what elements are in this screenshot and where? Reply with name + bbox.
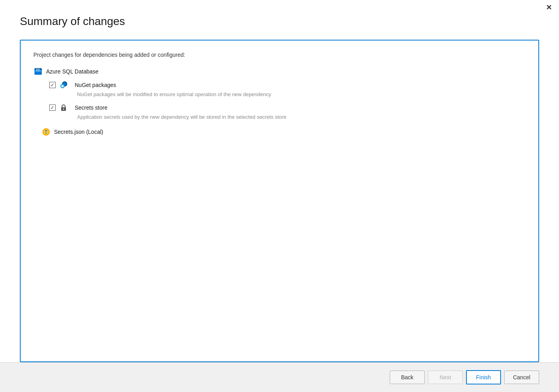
changes-panel: Project changes for dependencies being a… <box>20 40 539 362</box>
nuget-item: ✓ NuGet packages <box>49 80 526 90</box>
changes-description: Project changes for dependencies being a… <box>33 52 526 58</box>
finish-button[interactable]: Finish <box>466 370 501 384</box>
azure-sql-item: SQL Azure SQL Database <box>33 67 526 76</box>
svg-point-9 <box>63 108 64 110</box>
secrets-store-checkbox[interactable]: ✓ <box>49 104 56 111</box>
nuget-checkbox[interactable]: ✓ <box>49 82 56 88</box>
next-button: Next <box>428 371 463 384</box>
secrets-store-icon <box>59 103 68 112</box>
azure-sql-label: Azure SQL Database <box>46 68 99 75</box>
secrets-store-item: ✓ Secrets store <box>49 103 526 112</box>
secrets-store-label: Secrets store <box>75 104 107 111</box>
secrets-json-icon <box>41 127 51 137</box>
secrets-json-label: Secrets.json (Local) <box>54 129 103 135</box>
close-button[interactable]: ✕ <box>546 4 552 11</box>
cancel-button[interactable]: Cancel <box>504 371 539 384</box>
nuget-label: NuGet packages <box>75 82 116 88</box>
secrets-json-item: Secrets.json (Local) <box>41 127 526 137</box>
nuget-description: NuGet packages will be modified to ensur… <box>77 91 526 97</box>
secrets-store-description: Application secrets used by the new depe… <box>77 114 526 120</box>
svg-point-3 <box>35 70 42 72</box>
page-title: Summary of changes <box>20 15 539 28</box>
back-button[interactable]: Back <box>390 371 425 384</box>
svg-point-7 <box>62 85 64 87</box>
azure-sql-icon: SQL <box>33 67 43 76</box>
nuget-icon <box>59 80 68 90</box>
footer: Back Next Finish Cancel <box>0 362 559 392</box>
